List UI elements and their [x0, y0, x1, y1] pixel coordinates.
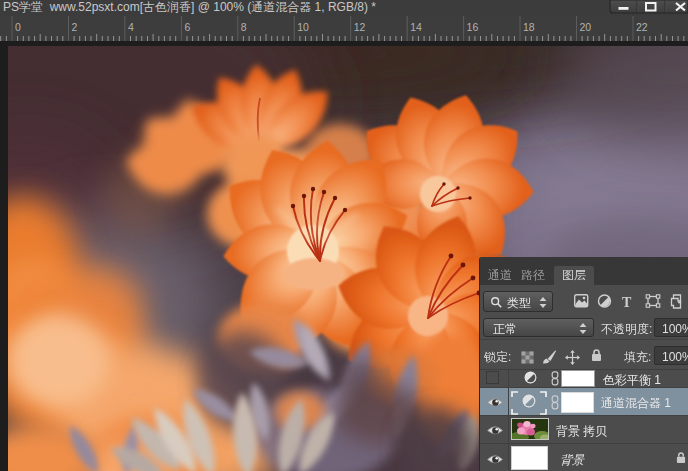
svg-text:22: 22 [636, 21, 648, 33]
svg-text:4: 4 [128, 21, 134, 33]
svg-text:6: 6 [184, 21, 190, 33]
svg-text:2: 2 [72, 21, 78, 33]
svg-text:8: 8 [241, 21, 247, 33]
svg-text:T: T [622, 295, 632, 310]
svg-text:16: 16 [467, 21, 479, 33]
svg-text:20: 20 [580, 21, 592, 33]
svg-text:12: 12 [354, 21, 366, 33]
svg-text:18: 18 [523, 21, 535, 33]
svg-text:10: 10 [297, 21, 309, 33]
svg-text:0: 0 [15, 21, 21, 33]
svg-text:14: 14 [410, 21, 422, 33]
